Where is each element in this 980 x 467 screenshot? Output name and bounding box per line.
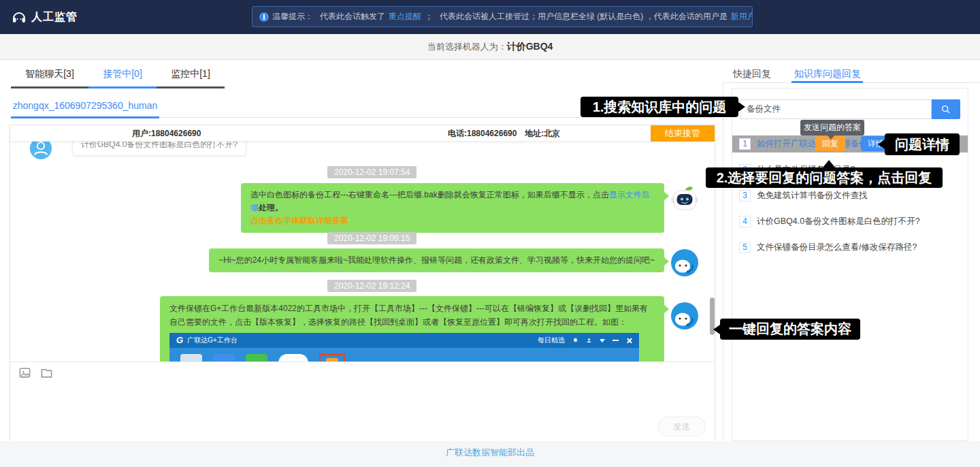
mini-caret-icon xyxy=(600,339,605,345)
tip-label: 温馨提示： xyxy=(272,11,313,22)
question-row[interactable]: 3 免免建筑计算书备份文件查找 xyxy=(732,187,968,204)
robot-name: 计价GBQ4 xyxy=(507,41,553,52)
msg1-text: 选中白色图标的备份工程---右键重命名---把后缀.bak删除就会恢复正常图标，… xyxy=(250,190,609,199)
callout-reply-hint: 2.选择要回复的问题答案，点击回复 xyxy=(706,167,943,188)
user-avatar-icon xyxy=(29,142,52,160)
highlighted-app-icon xyxy=(319,354,345,361)
timestamp: 2020-12-02 19:09:15 xyxy=(327,232,416,244)
footer: 广联达数据智能部出品 xyxy=(0,441,980,467)
embedded-window-controls: 每日精选 xyxy=(538,334,632,347)
service-avatar-icon xyxy=(669,300,700,332)
mini-minimize-icon xyxy=(612,340,619,341)
question-number: 5 xyxy=(739,242,751,253)
service-avatar-icon xyxy=(669,247,700,278)
question-number: 4 xyxy=(739,216,751,227)
new-user-link[interactable]: 新用户 xyxy=(731,11,753,22)
message-list: 计价GBQ4.0备份文件图标是白色的打不开? 2020-12-02 19:07:… xyxy=(10,142,715,361)
gplus-logo: G xyxy=(176,334,183,347)
msg1-suffix: 处理。 xyxy=(259,203,283,212)
embedded-window-titlebar: G 广联达G+工作台 每日精选 xyxy=(169,333,639,348)
timestamp: 2020-12-02 19:07:54 xyxy=(327,166,416,178)
mini-close-icon xyxy=(626,338,632,344)
robot-selector-label: 当前选择机器人为： xyxy=(427,42,507,52)
mini-bell-icon xyxy=(572,337,578,344)
info-icon xyxy=(259,12,269,22)
headset-logo-icon xyxy=(11,9,27,25)
msg1-hint-line: 点击蓝色字体获取详细答案 xyxy=(250,214,655,227)
msg3-text: 文件保镖在G+工作台最新版本4022的工具市场中，打开【工具市场】---【文件保… xyxy=(169,302,655,329)
robot-avatar-icon xyxy=(669,184,700,216)
top-navbar: 人工监管 温馨提示： 代表此会话触发了 重点提醒 ； 代表此会话被人工接管过；用… xyxy=(0,0,980,34)
robot-selector-bar: 当前选择机器人为：计价GBQ4 xyxy=(0,34,980,60)
kb-search-button[interactable] xyxy=(932,99,960,119)
question-text: 计价GBQ4.0备份文件图标是白色的打不开? xyxy=(757,216,920,227)
search-icon xyxy=(941,104,951,115)
reply-input-area: 发送 xyxy=(10,361,715,441)
embedded-window-title: 广联达G+工作台 xyxy=(187,334,238,347)
callout-detail-hint: 问题详情 xyxy=(885,133,960,155)
panel-separator xyxy=(723,83,723,441)
chat-window: 用户:18804626690 电话:18804626690 地址:北京 结束接管… xyxy=(10,125,715,441)
send-answer-tooltip: 发送问题的答案 xyxy=(800,120,864,135)
end-takeover-button[interactable]: 结束接管 xyxy=(651,125,715,142)
timestamp: 2020-12-02 19:12:24 xyxy=(327,280,416,292)
conversation-tabs: 智能聊天[3] 接管中[0] 监控中[1] xyxy=(11,68,225,88)
question-text: 免免建筑计算书备份文件查找 xyxy=(757,190,868,202)
tab-monitor[interactable]: 监控中[1] xyxy=(157,68,225,88)
chat-user-id: 用户:18804626690 xyxy=(132,125,201,142)
page-title: 人工监管 xyxy=(31,0,78,34)
bot-message-bubble: ~Hi~您的24小时专属智能客服来啦~我能处理软件操作、报错等问题，还有政策文件… xyxy=(209,248,664,272)
tip-text-1: 代表此会话触发了 xyxy=(320,11,385,22)
bot-message-bubble: 文件保镖在G+工作台最新版本4022的工具市场中，打开【工具市场】---【文件保… xyxy=(160,296,664,361)
bot-message-text: 选中白色图标的备份工程---右键重命名---把后缀.bak删除就会恢复正常图标，… xyxy=(250,189,655,214)
tab-smart-chat[interactable]: 智能聊天[3] xyxy=(11,68,88,88)
daily-picks-label: 每日精选 xyxy=(538,334,565,347)
tab-takeover[interactable]: 接管中[0] xyxy=(88,68,157,88)
app-icon xyxy=(246,354,267,361)
embedded-screenshot: G 广联达G+工作台 每日精选 xyxy=(169,333,639,361)
session-tab-divider xyxy=(159,117,715,118)
question-row[interactable]: 4 计价GBQ4.0备份文件图标是白色的打不开? xyxy=(732,213,968,230)
tab-knowledge-base-reply[interactable]: 知识库问题回复 xyxy=(794,68,861,80)
bot-message-bubble: 选中白色图标的备份工程---右键重命名---把后缀.bak删除就会恢复正常图标，… xyxy=(241,183,664,233)
question-text: 文件保镖备份目录怎么查看/修改保存路径? xyxy=(757,242,917,253)
app-icon xyxy=(213,354,235,361)
embedded-app-icons xyxy=(169,348,639,361)
important-reminder-link[interactable]: 重点提醒 xyxy=(389,11,421,22)
active-tab-underline xyxy=(791,81,863,83)
question-number: 1 xyxy=(739,138,751,150)
session-tab[interactable]: zhongqx_1606907295360_human xyxy=(11,100,159,118)
callout-answer-hint: 一键回复的答案内容 xyxy=(720,319,860,340)
send-button[interactable]: 发送 xyxy=(657,417,706,436)
folder-icon[interactable] xyxy=(40,366,53,379)
chat-user-phone: 电话:18804626690 xyxy=(448,125,517,142)
tip-banner: 温馨提示： 代表此会话触发了 重点提醒 ； 代表此会话被人工接管过；用户信息栏全… xyxy=(252,6,753,27)
question-number: 3 xyxy=(739,190,751,202)
callout-search-hint: 1.搜索知识库中的问题 xyxy=(581,97,738,117)
chat-user-address: 地址:北京 xyxy=(525,125,560,142)
app-icon xyxy=(278,354,308,361)
tab-quick-reply[interactable]: 快捷回复 xyxy=(733,68,771,80)
image-upload-icon[interactable] xyxy=(18,366,31,379)
mini-person-icon xyxy=(586,337,592,344)
kb-search-input[interactable] xyxy=(740,99,932,119)
tip-text-2: 代表此会话被人工接管过；用户信息栏全绿 (默认是白色) ，代表此会话的用户是 xyxy=(440,11,728,22)
question-row[interactable]: 5 文件保镖备份目录怎么查看/修改保存路径? xyxy=(732,239,968,256)
tip-separator: ； xyxy=(425,11,433,22)
footer-credit: 广联达数据智能部出品 xyxy=(446,447,534,457)
app-icon xyxy=(180,354,202,361)
user-message-bubble: 计价GBQ4.0备份文件图标是白色的打不开? xyxy=(72,142,246,156)
chat-user-info-bar: 用户:18804626690 电话:18804626690 地址:北京 结束接管 xyxy=(10,125,715,142)
